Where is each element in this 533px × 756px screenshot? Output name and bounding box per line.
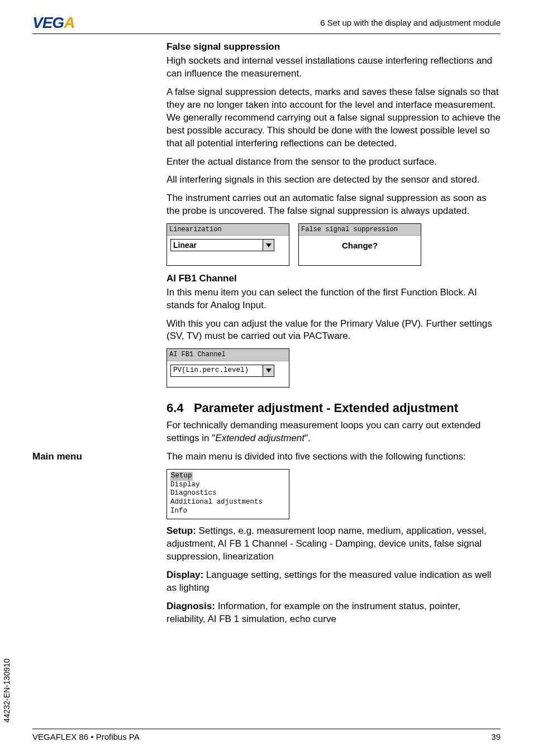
brand-logo-text: VEGA <box>32 12 74 34</box>
para: All interfering signals in this section … <box>166 174 501 186</box>
side-label-main-menu: Main menu <box>32 451 82 463</box>
para: The instrument carries out an automatic … <box>166 192 501 218</box>
window-linearization: Linearization Linear <box>166 223 289 265</box>
text-emphasis: Extended adjustment <box>215 433 304 443</box>
para: A false signal suppression detects, mark… <box>166 86 501 150</box>
para-setup: Setup: Settings, e.g. measurement loop n… <box>166 525 501 563</box>
para: With this you can adjust the value for t… <box>166 318 501 343</box>
heading-title: Parameter adjustment - Extended adjustme… <box>194 401 458 415</box>
body-column: False signal suppression High sockets an… <box>166 41 501 626</box>
menu-item-diagnostics[interactable]: Diagnostics <box>170 489 217 497</box>
window-main-menu: Setup Display Diagnostics Additional adj… <box>166 469 289 519</box>
brand-accent: A <box>64 14 74 31</box>
ai-channel-dropdown[interactable]: PV(Lin.perc.level) <box>170 365 274 377</box>
brand-logo: VEGA <box>32 15 88 31</box>
dropdown-value: PV(Lin.perc.level) <box>171 365 263 376</box>
menu-item-info[interactable]: Info <box>170 507 187 515</box>
para: High sockets and internal vessel install… <box>166 55 501 80</box>
para: Enter the actual distance from the senso… <box>166 156 501 169</box>
window-title: Linearization <box>167 224 289 236</box>
header-rule <box>32 34 501 34</box>
window-body: Linear <box>167 236 289 261</box>
footer-product: VEGAFLEX 86 • Profibus PA <box>32 731 140 743</box>
text: ". <box>304 433 311 443</box>
label-diagnosis: Diagnosis: <box>166 601 215 611</box>
text: Language setting, settings for the measu… <box>166 570 491 593</box>
chevron-down-icon[interactable] <box>263 365 274 376</box>
heading-ai-fb1: AI FB1 Channel <box>166 272 501 285</box>
menu-item-additional[interactable]: Additional adjustments <box>170 498 263 506</box>
window-false-signal: False signal suppression Change? <box>298 223 421 265</box>
para-display: Display: Language setting, settings for … <box>166 569 501 595</box>
label-setup: Setup: <box>166 525 196 536</box>
heading-number: 6.4 <box>166 401 184 415</box>
text: For technically demanding measurement lo… <box>166 420 480 443</box>
para-main-menu-intro: The main menu is divided into five secti… <box>166 451 501 463</box>
page: VEGA 6 Set up with the display and adjus… <box>0 0 533 756</box>
linearization-dropdown[interactable]: Linear <box>170 239 274 251</box>
page-header: VEGA 6 Set up with the display and adjus… <box>32 15 501 31</box>
screenshot-row-1: Linearization Linear False signal suppre… <box>166 223 501 265</box>
text: Settings, e.g. measurement loop name, me… <box>166 525 487 562</box>
chapter-reference: 6 Set up with the display and adjustment… <box>320 17 501 28</box>
chevron-down-icon[interactable] <box>263 240 274 251</box>
dropdown-value: Linear <box>171 240 263 251</box>
window-body: PV(Lin.perc.level) <box>167 361 289 387</box>
para: In this menu item you can select the fun… <box>166 286 501 312</box>
footer-page-number: 39 <box>491 731 501 743</box>
screenshot-row-2: AI FB1 Channel PV(Lin.perc.level) <box>166 348 501 387</box>
window-title: AI FB1 Channel <box>167 349 289 361</box>
window-ai-fb1: AI FB1 Channel PV(Lin.perc.level) <box>166 348 289 387</box>
heading-false-signal: False signal suppression <box>166 41 501 54</box>
window-title: False signal suppression <box>299 224 421 236</box>
heading-6-4: 6.4 Parameter adjustment - Extended adju… <box>166 400 501 417</box>
label-display: Display: <box>166 570 203 580</box>
doc-code-rotated: 44232-EN-130910 <box>2 659 12 722</box>
para-diagnosis: Diagnosis: Information, for example on t… <box>166 600 501 626</box>
window-body-text: Change? <box>299 236 421 265</box>
page-footer: VEGAFLEX 86 • Profibus PA 39 <box>32 729 501 743</box>
para: For technically demanding measurement lo… <box>166 419 501 445</box>
menu-item-setup[interactable]: Setup <box>170 472 193 481</box>
menu-item-display[interactable]: Display <box>170 481 200 489</box>
brand-head: VEG <box>32 14 64 31</box>
